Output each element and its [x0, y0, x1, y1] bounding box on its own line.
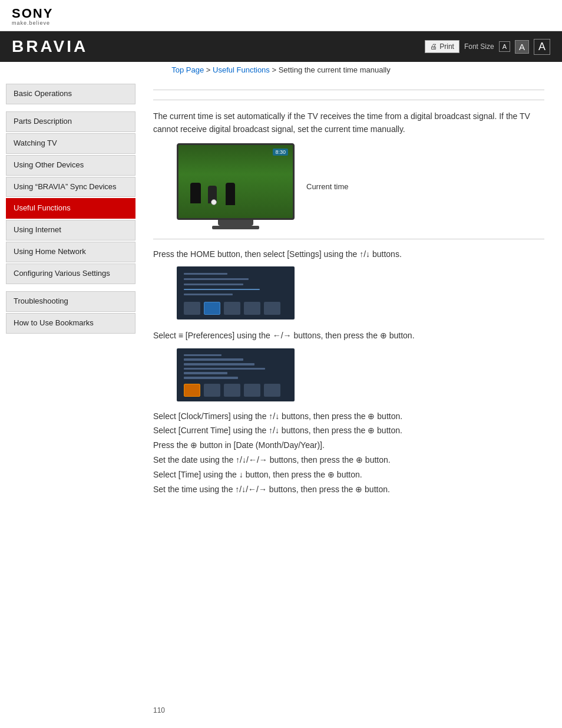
menu2-line-1 [184, 354, 222, 357]
instruction-1: Select [Clock/Timers] using the ↑/↓ butt… [153, 410, 544, 424]
divider-top [153, 90, 544, 90]
bravia-title: BRAVIA [12, 37, 88, 56]
menu2-line-2 [184, 358, 243, 361]
sidebar-item-configuring-settings[interactable]: Configuring Various Settings [6, 263, 135, 284]
menu2-line-3 [184, 363, 254, 365]
player1 [190, 183, 201, 203]
content-area: The current time is set automatically if… [141, 78, 562, 726]
menu-screenshot-1 [177, 266, 295, 319]
menu-line-1 [184, 273, 227, 275]
print-button[interactable]: 🖨 Print [425, 40, 459, 53]
menu2-icon-3 [224, 384, 240, 397]
tv-base [212, 226, 259, 229]
menu-screenshot-2 [177, 348, 295, 401]
sidebar-item-parts-description[interactable]: Parts Description [6, 111, 135, 132]
bravia-controls: 🖨 Print Font Size A A A [425, 39, 550, 55]
tv-time-badge: 8:30 [273, 149, 288, 156]
sidebar-item-basic-operations[interactable]: Basic Operations [6, 84, 135, 104]
tv-wrapper: 8:30 [177, 143, 295, 229]
breadcrumb-top-page[interactable]: Top Page [171, 65, 204, 74]
tv-stand [218, 220, 253, 226]
instruction-3: Press the ⊕ button in [Date (Month/Day/Y… [153, 439, 544, 453]
intro-text: The current time is set automatically if… [153, 110, 544, 136]
menu2-icon-4 [244, 384, 260, 397]
sidebar-item-using-other-devices[interactable]: Using Other Devices [6, 155, 135, 176]
instruction-4: Set the date using the ↑/↓/←/→ buttons, … [153, 453, 544, 467]
sidebar-item-how-to-use-bookmarks[interactable]: How to Use Bookmarks [6, 313, 135, 334]
sidebar-item-using-internet[interactable]: Using Internet [6, 220, 135, 241]
current-time-label: Current time [306, 182, 349, 191]
menu2-icons-row [181, 384, 290, 397]
menu-icon-2-selected [204, 302, 220, 315]
page-number: 110 [153, 706, 165, 714]
step2-text: Select ≡ [Preferences] using the ←/→ but… [153, 329, 544, 342]
sidebar: Basic Operations Parts Description Watch… [0, 78, 141, 726]
font-size-small-button[interactable]: A [499, 41, 510, 52]
menu2-line-4 [184, 368, 265, 370]
menu-line-3 [184, 284, 243, 285]
menu2-icon-2 [204, 384, 220, 397]
sidebar-item-troubleshooting[interactable]: Troubleshooting [6, 291, 135, 312]
breadcrumb: Top Page > Useful Functions > Setting th… [0, 62, 562, 78]
tv-screen: 8:30 [177, 143, 295, 220]
breadcrumb-useful-functions[interactable]: Useful Functions [213, 65, 270, 74]
soccer-bg [178, 145, 293, 218]
font-size-large-button[interactable]: A [534, 39, 550, 55]
print-icon: 🖨 [430, 42, 437, 51]
step1-text: Press the HOME button, then select [Sett… [153, 248, 544, 261]
menu-icon-4 [244, 302, 260, 315]
sidebar-item-using-bravia-sync[interactable]: Using “BRAVIA” Sync Devices [6, 177, 135, 197]
instruction-2: Select [Current Time] using the ↑/↓ butt… [153, 424, 544, 438]
menu2-icon-1-selected [184, 384, 200, 397]
divider-top2 [153, 100, 544, 100]
font-size-medium-button[interactable]: A [515, 40, 529, 54]
sony-logo: SONY make.believe [12, 7, 550, 26]
main-layout: Basic Operations Parts Description Watch… [0, 78, 562, 726]
menu2-line-5 [184, 372, 227, 374]
menu-line-highlight [184, 289, 260, 291]
menu-icons-row [181, 302, 290, 315]
menu-icon-5 [264, 302, 280, 315]
menu-icon-1 [184, 302, 200, 315]
menu2-icon-5 [264, 384, 280, 397]
bravia-bar: BRAVIA 🖨 Print Font Size A A A [0, 31, 562, 62]
menu-icon-3 [224, 302, 240, 315]
menu-line-4 [184, 294, 233, 295]
sidebar-item-watching-tv[interactable]: Watching TV [6, 133, 135, 154]
soccer-ball [211, 199, 217, 205]
instruction-list: Select [Clock/Timers] using the ↑/↓ butt… [153, 410, 544, 497]
tv-image-container: 8:30 Current time [177, 143, 544, 229]
sidebar-item-useful-functions[interactable]: Useful Functions [6, 198, 135, 219]
menu2-line-6 [184, 377, 238, 379]
header: SONY make.believe [0, 0, 562, 31]
font-size-label: Font Size [464, 42, 494, 51]
instruction-6: Set the time using the ↑/↓/←/→ buttons, … [153, 483, 544, 497]
divider-mid [153, 239, 544, 239]
menu-line-2 [184, 278, 249, 280]
player3 [226, 183, 235, 205]
instruction-5: Select [Time] using the ↓ button, then p… [153, 468, 544, 482]
sidebar-item-using-home-network[interactable]: Using Home Network [6, 242, 135, 262]
